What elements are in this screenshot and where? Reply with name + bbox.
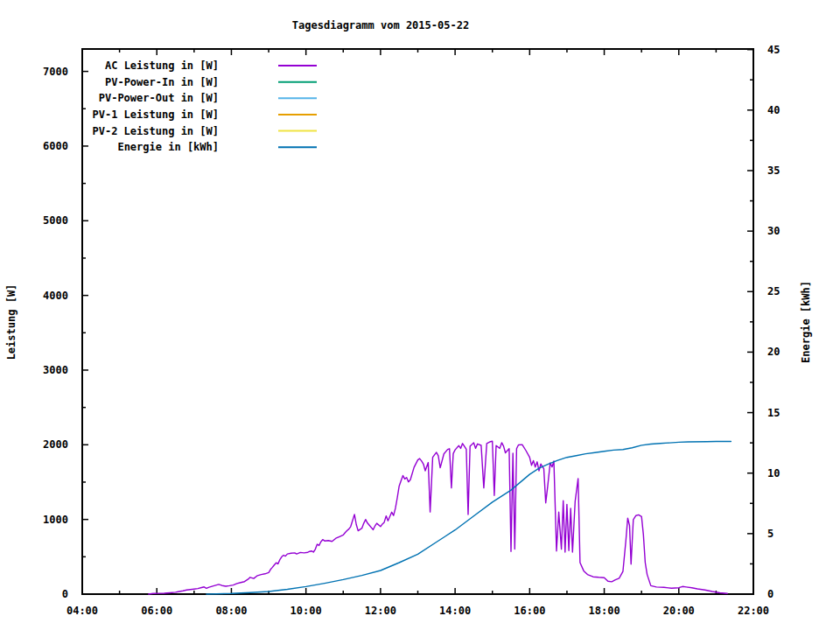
y-right-tick-label: 10 <box>767 466 780 480</box>
series-line-ac-leistung-in-w <box>149 441 727 594</box>
y-right-tick-label: 35 <box>767 164 780 178</box>
y-left-tick-label: 4000 <box>0 289 68 303</box>
y-left-tick-label: 1000 <box>0 513 68 527</box>
y-right-tick-label: 15 <box>767 406 780 420</box>
y-axis-right-title: Energie [kWh] <box>799 281 813 363</box>
series-line-energie-in-kwh <box>206 442 732 595</box>
legend-label: PV-2 Leistung in [W] <box>0 124 219 138</box>
y-left-tick-label: 3000 <box>0 363 68 377</box>
y-right-tick-label: 5 <box>767 527 774 541</box>
legend-label: Energie in [kWh] <box>0 140 219 154</box>
y-left-tick-label: 5000 <box>0 214 68 228</box>
y-right-tick-label: 45 <box>767 43 780 57</box>
legend-label: AC Leistung in [W] <box>0 59 219 73</box>
x-tick-label: 04:00 <box>52 604 113 618</box>
x-tick-label: 08:00 <box>200 604 262 618</box>
legend-label: PV-Power-Out in [W] <box>0 91 219 105</box>
y-right-tick-label: 25 <box>767 284 780 298</box>
x-tick-label: 16:00 <box>499 604 560 618</box>
x-tick-label: 14:00 <box>424 604 486 618</box>
x-tick-label: 18:00 <box>574 604 635 618</box>
x-tick-label: 10:00 <box>276 604 337 618</box>
y-right-tick-label: 0 <box>767 587 774 601</box>
x-tick-label: 06:00 <box>126 604 187 618</box>
y-right-tick-label: 20 <box>767 345 780 359</box>
y-right-tick-label: 40 <box>767 103 780 117</box>
chart-title: Tagesdiagramm vom 2015-05-22 <box>206 18 556 32</box>
y-left-tick-label: 2000 <box>0 438 68 452</box>
x-tick-label: 20:00 <box>648 604 710 618</box>
legend-label: PV-Power-In in [W] <box>0 75 219 89</box>
legend-label: PV-1 Leistung in [W] <box>0 108 219 122</box>
x-tick-label: 22:00 <box>723 604 784 618</box>
y-right-tick-label: 30 <box>767 224 780 238</box>
x-tick-label: 12:00 <box>350 604 411 618</box>
y-left-tick-label: 0 <box>0 587 68 601</box>
chart-canvas: Tagesdiagramm vom 2015-05-22 Leistung [W… <box>0 0 840 630</box>
